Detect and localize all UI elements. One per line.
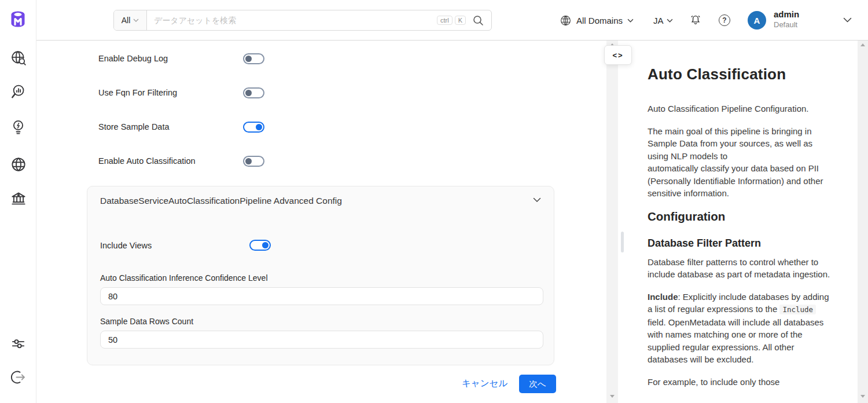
global-search-bar: All ctrl K — [113, 10, 492, 31]
doc-include-paragraph: Include: Explicitly include databases by… — [648, 291, 832, 366]
chevron-down-icon — [667, 19, 673, 23]
main-scrollbar[interactable] — [606, 41, 618, 403]
chevron-down-icon — [133, 19, 139, 22]
scroll-down-icon[interactable] — [860, 395, 865, 398]
user-team: Default — [774, 20, 799, 30]
pipeline-config-form: Enable Debug Log Use Fqn For Filtering S… — [36, 41, 606, 403]
chevron-down-icon — [627, 19, 634, 23]
confidence-level-label: Auto Classification Inference Confidence… — [100, 273, 268, 283]
store-sample-data-label: Store Sample Data — [98, 122, 170, 131]
toggle-knob — [245, 56, 252, 62]
logout-icon[interactable] — [9, 368, 27, 386]
domains-dropdown[interactable]: All Domains — [560, 0, 634, 41]
bell-icon — [689, 14, 702, 27]
doc-panel-scroll-thumb[interactable] — [621, 232, 624, 252]
confidence-level-input[interactable] — [100, 287, 543, 305]
search-scope-value: All — [122, 16, 131, 25]
next-button[interactable]: 次へ — [519, 375, 556, 393]
notifications-button[interactable] — [689, 0, 702, 41]
scroll-down-icon[interactable] — [610, 395, 615, 398]
toggle-knob — [256, 124, 262, 130]
use-fqn-toggle[interactable] — [243, 87, 264, 98]
search-input[interactable] — [147, 10, 437, 30]
doc-include-bold: Include — [648, 292, 678, 302]
app-window: All ctrl K All Domains JA — [0, 0, 868, 403]
openmetadata-logo-icon[interactable] — [9, 9, 27, 29]
enable-debug-log-toggle[interactable] — [243, 53, 264, 64]
doc-intro: The main goal of this pipeline is bringi… — [648, 125, 832, 200]
toggle-knob — [245, 158, 252, 164]
kbd-k: K — [455, 16, 466, 25]
search-scope-select[interactable]: All — [114, 10, 147, 30]
insights-icon[interactable] — [9, 118, 27, 136]
govern-icon[interactable] — [9, 190, 27, 208]
explore-icon[interactable] — [9, 49, 27, 67]
user-name: admin — [774, 9, 799, 20]
code-view-toggle-button[interactable]: <> — [604, 45, 632, 65]
doc-section-configuration: Configuration — [648, 210, 832, 224]
toggle-knob — [262, 242, 269, 248]
cancel-button[interactable]: キャンセル — [462, 378, 507, 390]
doc-include-code: Include — [779, 305, 816, 314]
settings-icon[interactable] — [9, 335, 27, 353]
documentation-panel: Auto Classification Auto Classification … — [618, 41, 858, 403]
left-sidebar — [0, 0, 36, 403]
help-button[interactable]: ? — [719, 0, 730, 41]
observability-icon[interactable] — [9, 83, 27, 101]
language-label: JA — [653, 16, 664, 25]
use-fqn-label: Use Fqn For Filtering — [98, 88, 177, 97]
enable-auto-classification-toggle[interactable] — [243, 156, 264, 167]
globe-icon — [560, 14, 572, 27]
advanced-config-panel: DatabaseServiceAutoClassificationPipelin… — [87, 186, 554, 365]
user-menu[interactable]: admin Default — [774, 9, 799, 30]
user-avatar[interactable]: A — [748, 11, 766, 30]
enable-auto-classification-label: Enable Auto Classification — [98, 156, 196, 166]
doc-example-text: For example, to include only those — [648, 376, 832, 389]
sample-rows-input[interactable] — [100, 331, 543, 349]
doc-include-text: field. OpenMetadata will include all dat… — [648, 317, 823, 365]
language-dropdown[interactable]: JA — [653, 0, 673, 41]
doc-section-filter: Database Filter Pattern — [648, 237, 832, 250]
sample-rows-label: Sample Data Rows Count — [100, 317, 193, 326]
avatar-initial: A — [754, 16, 760, 25]
store-sample-data-toggle[interactable] — [243, 122, 264, 133]
toggle-knob — [245, 90, 252, 96]
question-icon: ? — [719, 14, 730, 26]
include-views-toggle[interactable] — [249, 240, 271, 251]
top-header: All ctrl K All Domains JA — [36, 0, 868, 41]
include-views-label: Include Views — [100, 241, 152, 250]
domains-icon[interactable] — [9, 155, 27, 173]
user-menu-chevron-icon[interactable] — [843, 17, 852, 23]
domains-label: All Domains — [576, 16, 623, 25]
doc-title: Auto Classification — [648, 65, 832, 83]
scroll-up-icon[interactable] — [860, 43, 865, 46]
doc-panel-scrollbar[interactable] — [858, 41, 868, 403]
advanced-config-title: DatabaseServiceAutoClassificationPipelin… — [100, 196, 342, 206]
enable-debug-log-label: Enable Debug Log — [98, 54, 168, 63]
collapse-chevron-icon[interactable] — [533, 197, 541, 203]
kbd-ctrl: ctrl — [437, 16, 453, 25]
search-icon[interactable] — [473, 15, 484, 26]
doc-filter-desc: Database filter patterns to control whet… — [648, 256, 832, 281]
doc-subtitle: Auto Classification Pipeline Configurati… — [648, 102, 832, 115]
